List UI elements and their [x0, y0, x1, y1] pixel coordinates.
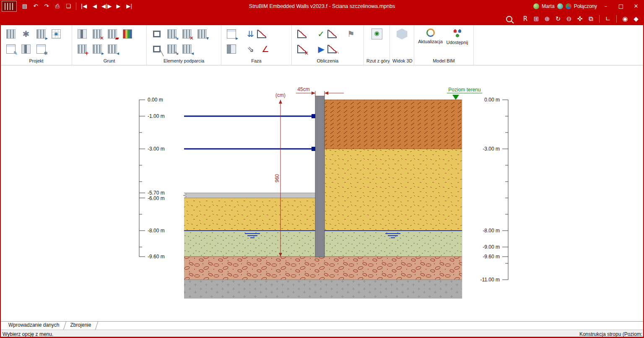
slope-tool-icon-badge: ∠ — [262, 45, 269, 53]
prev-phase-button[interactable]: ◀ — [89, 2, 100, 11]
first-phase-button[interactable]: |◀ — [78, 2, 89, 11]
bim-share-button[interactable]: Udostępnij — [444, 26, 471, 57]
strut-icon[interactable] — [149, 26, 164, 42]
print-preview-button[interactable]: ❏ — [63, 2, 74, 11]
svg-text:0.00 m: 0.00 m — [148, 97, 163, 103]
excavation-level-icon[interactable]: ⇊ — [239, 26, 254, 42]
sync-icon[interactable] — [557, 3, 563, 9]
water-level-icon-badge: ⇘ — [247, 45, 254, 53]
general-options-icon[interactable] — [18, 26, 34, 42]
phase-diagram-icon[interactable] — [254, 26, 269, 42]
anchor-add-icon[interactable]: ↘ — [164, 26, 179, 42]
tab-label: Zbrojenie — [70, 322, 91, 328]
svg-text:-5.70 m: -5.70 m — [148, 190, 165, 196]
support-properties-icon[interactable]: ▾ — [195, 26, 210, 42]
plan-view-icon[interactable] — [369, 26, 384, 42]
pan-button[interactable]: ✜ — [576, 15, 584, 23]
support-delete-icon[interactable]: ✕ — [179, 26, 195, 42]
delete-layer-icon[interactable]: ✕ — [90, 26, 105, 42]
dim-height-value: 960 — [274, 174, 280, 182]
add-layer-icon[interactable]: + — [75, 42, 90, 57]
connection-status: Połączony — [574, 3, 597, 9]
toolbar-separator — [599, 15, 600, 23]
phase-document-icon[interactable]: ▸ — [224, 26, 239, 42]
dim-width-value: 45cm — [297, 86, 309, 92]
phase-wall-icon[interactable] — [224, 42, 239, 57]
file-button-group: ▤↶↷⎙❏ — [19, 2, 74, 11]
zoom-previous-button[interactable]: ⊖ — [565, 15, 573, 23]
project-walls-icon[interactable] — [3, 26, 18, 42]
ribbon-group-grunt: +✕▸▰◂Grunt — [72, 25, 147, 65]
zoom-extents-button[interactable]: ⊕ — [543, 15, 551, 23]
envelopes-icon[interactable]: ◠ — [325, 42, 340, 57]
rotate-view-button[interactable]: R — [522, 15, 529, 23]
slab-support-icon[interactable]: ╲ — [149, 42, 164, 57]
ribbon-group-label: Obliczenia — [294, 57, 361, 64]
calculate-icon — [309, 44, 318, 54]
online-button[interactable]: ◉ — [621, 15, 629, 23]
redraw-button[interactable]: ↻ — [554, 15, 562, 23]
report-flag-icon[interactable]: ⚑ — [340, 26, 355, 42]
anchor-level-1[interactable] — [184, 114, 315, 118]
maximize-button[interactable]: □ — [615, 1, 627, 11]
terrain-profile-icon — [78, 29, 87, 39]
soil-layers-icon[interactable]: ▸ — [90, 42, 105, 57]
report-flag-icon — [340, 29, 347, 39]
calculate-icon[interactable]: ▶ — [309, 42, 325, 57]
minimize-button[interactable]: – — [600, 1, 612, 11]
soil-layers-icon — [93, 44, 102, 54]
tab-zbrojenie[interactable]: Zbrojenie — [66, 322, 98, 330]
phase-selector-button[interactable]: ◀|▶ — [100, 2, 113, 11]
layer-visibility-icon[interactable] — [49, 26, 64, 42]
close-button[interactable]: ✕ — [630, 1, 642, 11]
view-3d-icon[interactable] — [395, 26, 410, 42]
assign-soil-icon[interactable]: ◂ — [105, 42, 120, 57]
code-checks-icon[interactable]: ✓ — [309, 26, 325, 42]
toolbar-separator — [616, 15, 617, 23]
account-icon[interactable] — [533, 3, 539, 9]
connection-icon[interactable] — [566, 3, 571, 9]
wall-list-icon — [36, 29, 46, 39]
wall-list-icon[interactable]: ▸ — [34, 26, 49, 42]
search-icon[interactable] — [506, 16, 512, 22]
anchor-level-2[interactable] — [184, 147, 315, 151]
terrain-profile-icon[interactable] — [75, 26, 90, 42]
zoom-region-button[interactable]: ⊞ — [532, 15, 540, 23]
slope-tool-icon[interactable]: ∠ — [254, 42, 269, 57]
app-logo-icon[interactable] — [2, 1, 17, 12]
project-data-icon[interactable]: ✎ — [3, 42, 18, 57]
soil-colors-icon[interactable] — [120, 26, 135, 42]
drawing-area[interactable]: (cm) 960 45cm Poziom terenu — [1, 65, 643, 321]
user-name: Marta — [542, 3, 555, 9]
soil-properties-icon[interactable]: ▰ — [105, 26, 120, 42]
tab-wprowadzanie-danych[interactable]: Wprowadzanie danych — [4, 322, 66, 330]
embedded-wall[interactable] — [315, 96, 325, 257]
ribbon-group-elementy-podparcia: ╲↘↘✕◂▾Elementy podparcia — [147, 25, 221, 65]
ribbon-group-label: Projekt — [3, 57, 69, 64]
diagrams-icon[interactable] — [325, 26, 340, 42]
section-drawing[interactable]: (cm) 960 45cm Poziom terenu — [1, 65, 644, 321]
support-assign-icon[interactable]: ◂ — [179, 42, 195, 57]
soil-lower-strata — [184, 257, 462, 299]
save-button[interactable]: ▤ — [19, 2, 30, 11]
bim-update-button[interactable]: Aktualizacja — [417, 26, 444, 57]
help-button[interactable]: ◆ — [632, 15, 640, 23]
results-curve-icon[interactable] — [294, 26, 309, 42]
section-curve-icon[interactable]: ✕ — [294, 42, 309, 57]
section-curve-icon-badge: ✕ — [304, 51, 309, 56]
report-settings-icon[interactable]: ✱ — [34, 42, 49, 57]
undo-button[interactable]: ↶ — [30, 2, 41, 11]
next-phase-button[interactable]: ▶ — [113, 2, 124, 11]
bim-update-button-label: Aktualizacja — [418, 39, 443, 44]
ribbon-group-label: Grunt — [75, 57, 144, 64]
wall-view-icon[interactable] — [18, 42, 34, 57]
bim-share-button-label: Udostępnij — [447, 40, 468, 45]
redo-button[interactable]: ↷ — [41, 2, 52, 11]
floor-slab[interactable] — [183, 193, 319, 198]
water-level-icon[interactable]: ⇘ — [239, 42, 254, 57]
windows-button[interactable]: ⧉ — [587, 15, 595, 23]
axes-button[interactable]: ∟ — [604, 15, 612, 23]
print-button[interactable]: ⎙ — [52, 2, 63, 11]
soil-properties-icon-badge: ▰ — [115, 36, 119, 41]
anchor-edit-icon[interactable]: ↘ — [164, 42, 179, 57]
